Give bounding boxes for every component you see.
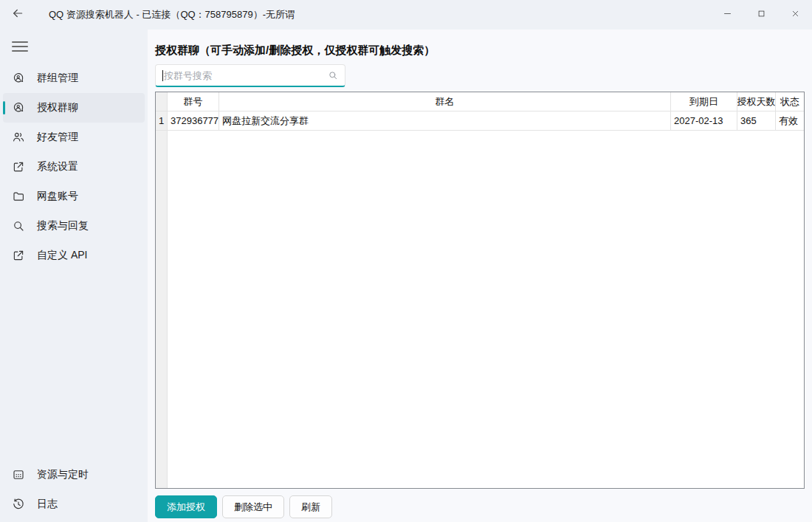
sidebar-item-label: 自定义 API [37, 249, 87, 262]
sidebar-item-system-settings[interactable]: 系统设置 [3, 152, 145, 182]
minimize-icon [722, 8, 733, 22]
action-buttons: 添加授权 删除选中 刷新 [155, 495, 812, 518]
page-title: 授权群聊（可手动添加/删除授权，仅授权群可触发搜索） [155, 44, 812, 58]
column-header-days[interactable]: 授权天数 [737, 92, 776, 111]
search-icon [12, 219, 25, 233]
column-header-expire-date[interactable]: 到期日 [671, 92, 737, 111]
column-header-group-name[interactable]: 群名 [219, 92, 671, 111]
chat-user-icon [12, 101, 25, 114]
keypad-icon [12, 468, 25, 481]
hamburger-menu-button[interactable] [12, 41, 28, 55]
users-icon [12, 131, 25, 144]
sidebar-item-label: 网盘账号 [37, 190, 78, 203]
external-link-icon [12, 249, 25, 262]
external-link-icon [12, 160, 25, 174]
table-row[interactable]: 1 372936777 网盘拉新交流分享群 2027-02-13 365 有效 [156, 111, 804, 131]
sidebar-item-label: 系统设置 [37, 160, 78, 174]
sidebar-item-label: 授权群聊 [37, 101, 78, 114]
sidebar-item-label: 群组管理 [37, 72, 78, 85]
search-input[interactable] [162, 70, 328, 81]
main-content: 授权群聊（可手动添加/删除授权，仅授权群可触发搜索） 群号 群名 到期日 授权天… [148, 30, 812, 522]
group-name-cell: 网盘拉新交流分享群 [219, 111, 671, 131]
row-number-gutter [156, 131, 168, 488]
app-window: QQ 资源搜索机器人 - 已连接（QQ：758795879）-无所谓 群组管理 [0, 0, 812, 522]
history-icon [12, 498, 25, 511]
sidebar-item-friend-management[interactable]: 好友管理 [3, 123, 145, 152]
table-empty-area [156, 131, 804, 488]
sidebar-nav: 群组管理 授权群聊 好友管理 系统设置 [0, 63, 148, 270]
sidebar-item-resources-timing[interactable]: 资源与定时 [3, 460, 145, 490]
maximize-button[interactable] [744, 0, 778, 30]
sidebar-item-authorized-groups[interactable]: 授权群聊 [3, 93, 145, 123]
sidebar-item-label: 资源与定时 [37, 468, 89, 481]
column-header-group-id[interactable]: 群号 [168, 92, 219, 111]
sidebar-item-logs[interactable]: 日志 [3, 490, 145, 519]
table-header-row: 群号 群名 到期日 授权天数 状态 [156, 92, 804, 111]
chat-user-icon [12, 72, 25, 85]
sidebar-item-label: 搜索与回复 [37, 219, 89, 233]
row-number-cell: 1 [156, 111, 168, 131]
window-title: QQ 资源搜索机器人 - 已连接（QQ：758795879）-无所谓 [49, 8, 295, 21]
sidebar-item-custom-api[interactable]: 自定义 API [3, 241, 145, 270]
search-box [155, 64, 345, 87]
sidebar: 群组管理 授权群聊 好友管理 系统设置 [0, 30, 148, 522]
back-button[interactable] [6, 4, 30, 25]
sidebar-item-group-management[interactable]: 群组管理 [3, 63, 145, 93]
maximize-icon [756, 8, 767, 22]
status-cell: 有效 [776, 111, 804, 131]
close-icon [790, 8, 801, 22]
arrow-left-icon [11, 7, 24, 23]
add-authorization-button[interactable]: 添加授权 [155, 495, 217, 518]
sidebar-item-label: 日志 [37, 498, 58, 511]
sidebar-item-cloud-accounts[interactable]: 网盘账号 [3, 182, 145, 211]
sidebar-item-search-reply[interactable]: 搜索与回复 [3, 211, 145, 241]
days-cell: 365 [737, 111, 776, 131]
refresh-button[interactable]: 刷新 [289, 495, 332, 518]
column-header-status[interactable]: 状态 [776, 92, 804, 111]
window-controls [710, 0, 812, 30]
minimize-button[interactable] [710, 0, 744, 30]
group-id-cell: 372936777 [168, 111, 219, 131]
delete-selected-button[interactable]: 删除选中 [222, 495, 284, 518]
text-caret [162, 70, 163, 81]
search-icon [328, 70, 338, 80]
sidebar-item-label: 好友管理 [37, 131, 78, 144]
titlebar: QQ 资源搜索机器人 - 已连接（QQ：758795879）-无所谓 [0, 0, 812, 30]
sidebar-footer: 资源与定时 日志 [0, 460, 148, 519]
close-button[interactable] [778, 0, 812, 30]
folder-icon [12, 190, 25, 203]
row-number-header [156, 92, 168, 111]
expire-date-cell: 2027-02-13 [671, 111, 737, 131]
authorized-groups-table: 群号 群名 到期日 授权天数 状态 1 372936777 网盘拉新交流分享群 … [155, 92, 805, 489]
